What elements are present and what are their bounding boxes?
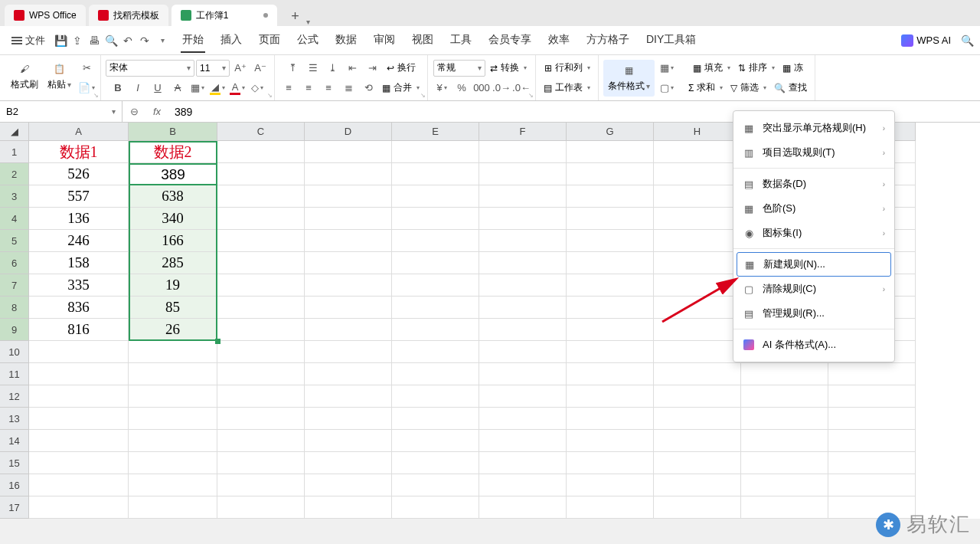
row-header[interactable]: 8: [0, 297, 29, 319]
cell[interactable]: [392, 319, 479, 341]
cell[interactable]: [654, 408, 741, 430]
cell[interactable]: [217, 163, 305, 185]
cell[interactable]: [29, 341, 129, 363]
cell[interactable]: [305, 185, 392, 208]
group-launcher-icon[interactable]: ↘: [93, 92, 99, 99]
cell[interactable]: [305, 230, 392, 252]
font-color-button[interactable]: A: [228, 80, 247, 97]
cell[interactable]: [392, 363, 479, 385]
cell[interactable]: [129, 430, 217, 452]
cell[interactable]: [129, 474, 217, 496]
cell[interactable]: 数据2: [129, 141, 217, 163]
cell[interactable]: [29, 452, 129, 474]
cell[interactable]: [654, 185, 741, 208]
cell[interactable]: [828, 408, 916, 430]
new-tab-button[interactable]: +: [285, 6, 305, 26]
dd-new-rule[interactable]: ▦ 新建规则(N)...: [737, 252, 891, 277]
search-icon[interactable]: 🔍: [960, 34, 974, 48]
file-menu[interactable]: 文件: [6, 30, 51, 51]
italic-button[interactable]: I: [129, 80, 147, 97]
row-header[interactable]: 11: [0, 363, 29, 385]
cell[interactable]: [741, 474, 828, 496]
cell[interactable]: [567, 408, 654, 430]
cell[interactable]: [567, 252, 654, 274]
cell[interactable]: [392, 141, 479, 163]
cell[interactable]: [392, 185, 479, 208]
app-tab-template[interactable]: 找稻壳模板: [89, 5, 168, 26]
cell[interactable]: [479, 252, 567, 274]
cell[interactable]: 335: [29, 274, 129, 297]
row-header[interactable]: 17: [0, 496, 29, 519]
cell[interactable]: [567, 496, 654, 519]
cell[interactable]: [479, 141, 567, 163]
font-size-select[interactable]: 11▾: [196, 60, 230, 77]
cell[interactable]: [217, 230, 305, 252]
decrease-indent-button[interactable]: ⇤: [344, 60, 362, 77]
cell[interactable]: [479, 430, 567, 452]
cell[interactable]: 136: [29, 208, 129, 230]
align-top-button[interactable]: ⤒: [284, 60, 302, 77]
cell[interactable]: [479, 230, 567, 252]
group-launcher-icon[interactable]: ↘: [267, 92, 273, 99]
tab-diy[interactable]: DIY工具箱: [645, 28, 697, 53]
fx-icon[interactable]: fx: [145, 106, 168, 117]
freeze-button[interactable]: ▦冻: [779, 61, 806, 74]
cell[interactable]: [392, 408, 479, 430]
cell[interactable]: [392, 274, 479, 297]
cell[interactable]: [479, 408, 567, 430]
row-header[interactable]: 3: [0, 185, 29, 208]
cell[interactable]: 557: [29, 185, 129, 208]
cell[interactable]: [305, 208, 392, 230]
col-header[interactable]: F: [479, 123, 567, 141]
col-header[interactable]: A: [29, 123, 129, 141]
cell[interactable]: [129, 496, 217, 519]
font-name-select[interactable]: 宋体▾: [106, 60, 194, 77]
cell[interactable]: [392, 385, 479, 408]
cell[interactable]: 836: [29, 297, 129, 319]
cell[interactable]: 638: [129, 185, 217, 208]
app-tab-wps[interactable]: WPS Office: [5, 5, 86, 26]
dd-clear-rules[interactable]: ▢ 清除规则(C) ›: [733, 277, 894, 301]
row-header[interactable]: 16: [0, 474, 29, 496]
row-header[interactable]: 5: [0, 230, 29, 252]
cell[interactable]: [217, 319, 305, 341]
tab-data[interactable]: 数据: [334, 28, 358, 53]
cell[interactable]: [828, 385, 916, 408]
number-format-select[interactable]: 常规▾: [433, 60, 485, 77]
cell[interactable]: [741, 363, 828, 385]
cell[interactable]: [305, 474, 392, 496]
cell[interactable]: [741, 385, 828, 408]
row-header[interactable]: 15: [0, 452, 29, 474]
cell[interactable]: [479, 474, 567, 496]
cell[interactable]: [654, 496, 741, 519]
cell[interactable]: [305, 408, 392, 430]
cell[interactable]: [654, 297, 741, 319]
convert-button[interactable]: ⇄转换▾: [487, 61, 530, 74]
cell[interactable]: [741, 408, 828, 430]
cell[interactable]: 26: [129, 319, 217, 341]
cell[interactable]: [392, 230, 479, 252]
cell-style-button[interactable]: ▢: [658, 80, 676, 97]
cell[interactable]: [217, 408, 305, 430]
justify-button[interactable]: ≣: [339, 80, 358, 97]
save-icon[interactable]: 💾: [54, 34, 67, 48]
cell[interactable]: [392, 474, 479, 496]
cell[interactable]: [392, 430, 479, 452]
cell[interactable]: [479, 496, 567, 519]
worksheet-button[interactable]: ▤工作表▾: [541, 81, 593, 94]
cell[interactable]: [217, 274, 305, 297]
decrease-font-button[interactable]: A⁻: [251, 60, 270, 77]
row-header[interactable]: 12: [0, 385, 29, 408]
wps-ai-button[interactable]: WPS AI: [901, 34, 951, 47]
cell[interactable]: [654, 274, 741, 297]
cell[interactable]: [305, 341, 392, 363]
name-box[interactable]: B2 ▾: [0, 101, 122, 122]
cell[interactable]: [129, 341, 217, 363]
cell[interactable]: [305, 252, 392, 274]
highlight-button[interactable]: ◇: [248, 80, 266, 97]
select-all-corner[interactable]: ◢: [0, 123, 29, 141]
comma-button[interactable]: 000: [472, 80, 491, 97]
cell[interactable]: [129, 385, 217, 408]
dd-top-rules[interactable]: ▥ 项目选取规则(T) ›: [733, 140, 894, 165]
row-header[interactable]: 14: [0, 430, 29, 452]
